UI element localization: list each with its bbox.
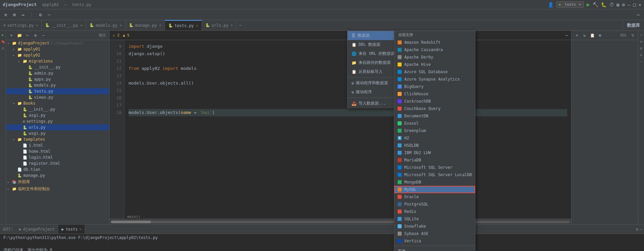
submenu-item-mssql[interactable]: Microsoft SQL Server [394,164,475,171]
settings-icon[interactable]: ⚙ [622,2,625,7]
tab-models[interactable]: 🐍 models.py ✕ [86,20,126,30]
tree-item-loginhtml[interactable]: 📄 login.html [6,154,109,160]
tree-item-external-libs[interactable]: ▸ 📚 外部库 [6,178,109,185]
submenu-item-redshift[interactable]: Amazon Redshift [394,39,475,46]
stop-button[interactable]: ■ [617,2,619,7]
tab-init[interactable]: 🐍 __init__.py ✕ [42,20,86,30]
tree-item-registerhtml[interactable]: 📄 register.html [6,160,109,166]
submenu-item-postgres[interactable]: PostgreSQL [394,201,475,208]
right-icon-minus[interactable]: − [639,59,644,64]
close-icon[interactable]: ✕ [639,2,641,7]
submenu-item-mysql[interactable]: MySQL [394,186,475,193]
submenu-item-clickhouse[interactable]: ClickHouse [394,90,475,98]
menu-item-ddl[interactable]: 📋 DDL 数据源 [348,40,399,49]
tree-item-apps[interactable]: 🐍 apps.py [6,76,109,82]
tree-item-apply02[interactable]: ▾ 📁 apply02 [6,52,109,58]
terminal-minus-icon[interactable]: − [640,227,642,232]
tree-item-wsgi[interactable]: 🐍 wsgi.py [6,130,109,136]
minus-icon[interactable]: − [45,11,53,18]
settings-toolbar-icon[interactable]: ⚙ [37,11,44,18]
terminal-tab-project[interactable]: ▶ djangoProject [16,225,58,234]
run-gutter-icon[interactable]: ▶ [0,32,6,37]
file-tree-icon[interactable]: ≡ [2,11,9,18]
db-refresh-icon[interactable]: ↻ [581,32,588,39]
run-config[interactable]: ▶ tests ▾ [556,1,584,8]
tree-item-manage[interactable]: 🐍 manage.py [6,172,109,178]
tree-item-asgi[interactable]: 🐍 asgi.py [6,112,109,118]
tree-item-root[interactable]: ▾ 📁 djangoProject F:/djangoProject [6,40,109,46]
code-editor[interactable]: 9 10 11 12 13 14 15 16 17 18 import djan… [110,40,571,219]
menu-item-path-ds[interactable]: 📁 来自路径的数据源 [348,58,399,67]
tree-item-apply01[interactable]: ▸ 📁 apply01 [6,46,109,52]
tree-item-views[interactable]: 🐍 views.py [6,94,109,100]
submenu-item-derby[interactable]: Apache Derby [394,53,475,61]
editor-scrollbar[interactable] [110,219,571,224]
db-schema-icon[interactable]: ⊞ [597,32,603,39]
menu-item-import[interactable]: 📥 导入数据源... [348,99,399,108]
more-options-icon[interactable]: ⋯ [635,11,642,18]
bookmark-icon[interactable]: 🔖 [0,39,6,44]
tab-tests[interactable]: 🐍 tests.py ✕ [165,20,202,30]
submenu-item-oracle[interactable]: Oracle [394,193,475,201]
grid-icon[interactable]: ⊞ [11,11,18,18]
sidebar-new-file[interactable]: + [8,32,15,39]
minimize-icon[interactable]: — [628,2,630,7]
submenu-item-sqlite[interactable]: SQLite [394,215,475,223]
tab-close-init[interactable]: ✕ [80,23,82,27]
submenu-item-snowflake[interactable]: Snowflake [394,223,475,230]
scrollbar-thumb[interactable] [111,221,151,223]
tree-item-1html[interactable]: 📄 1.html [6,142,109,148]
submenu-item-sybase[interactable]: Sybase ASE [394,230,475,237]
menu-item-datasource[interactable]: 🗄 数据源 › [348,31,399,40]
tab-more[interactable]: ⋯ [236,20,244,30]
submenu-item-greenplum[interactable]: Greenplum [394,127,475,134]
menu-item-drivers[interactable]: ⚙ 驱动程序 [348,88,399,97]
debug-icon[interactable]: 🐛 [601,2,607,7]
sidebar-new-folder[interactable]: 📁 [16,32,23,39]
submenu-item-mariadb[interactable]: MariaDB [394,156,475,164]
tab-close-tests[interactable]: ✕ [196,24,198,27]
terminal-tab-tests-close[interactable]: ✕ [79,227,81,231]
terminal-settings-icon[interactable]: ⚙ [636,227,638,232]
submenu-item-bigquery[interactable]: BigQuery [394,83,475,90]
tab-manage[interactable]: 🐍 manage.py ✕ [126,20,165,30]
tree-item-templates[interactable]: ▾ 📁 templates [6,136,109,142]
tree-item-books[interactable]: ▾ 📁 Books [6,100,109,106]
db-ddl-icon[interactable]: 📋 [589,32,596,39]
submenu-item-redis[interactable]: Redis [394,208,475,215]
tree-item-init-apply02[interactable]: 🐍 __init__.py [6,64,109,70]
submenu-item-h2[interactable]: H H2 [394,134,475,142]
right-icon-expand[interactable]: ⤢ [639,32,644,37]
tree-item-tests[interactable]: 🐍 tests.py [6,88,109,94]
menu-item-url-ds[interactable]: 🌐 来自 URL 的数据源 [348,49,399,58]
tab-urls[interactable]: 🐍 urls.py ✕ [202,20,237,30]
right-icon-grid2[interactable]: ⊞ [639,45,644,51]
scrollbar-track[interactable] [111,221,570,223]
build-icon[interactable]: 🔨 [593,2,598,7]
submenu-item-vertica[interactable]: Vertica [394,237,475,245]
maximize-icon[interactable]: □ [633,2,636,7]
tab-close-settings[interactable]: ✕ [36,23,38,27]
submenu-item-exasol[interactable]: Exasol [394,120,475,127]
sidebar-cut[interactable]: ✂ [24,32,31,39]
sidebar-minus[interactable]: − [40,32,47,39]
db-filter-icon[interactable]: ▽ [629,32,636,39]
submenu-item-mongo[interactable]: MongoDB [394,178,475,186]
tab-close-manage[interactable]: ✕ [159,23,161,27]
profile-icon[interactable]: ⏱ [609,2,614,7]
tree-item-models[interactable]: 🐍 models.py [6,82,109,88]
structure-icon[interactable]: ⊟ [0,45,6,51]
db-add-icon[interactable]: + [574,32,580,39]
submenu-item-other[interactable]: 其他 › [394,247,475,251]
submenu-item-hsqldb[interactable]: HSQLDB [394,142,475,149]
user-icon[interactable]: 👤 [548,2,554,7]
sidebar-settings[interactable]: ⚙ [32,32,39,39]
tree-item-settings-books[interactable]: ⚙ settings.py [6,118,109,124]
more-icon[interactable]: ⋯ [566,33,568,38]
tab-close-urls[interactable]: ✕ [231,23,233,27]
submenu-item-cockroach[interactable]: CockroachDB [394,98,475,105]
tree-item-homehtml[interactable]: 📄 home.html [6,148,109,154]
right-icon-gear[interactable]: ⚙ [639,52,644,57]
submenu-item-documentdb[interactable]: DocumentDB [394,112,475,120]
tab-close-models[interactable]: ✕ [120,23,122,27]
